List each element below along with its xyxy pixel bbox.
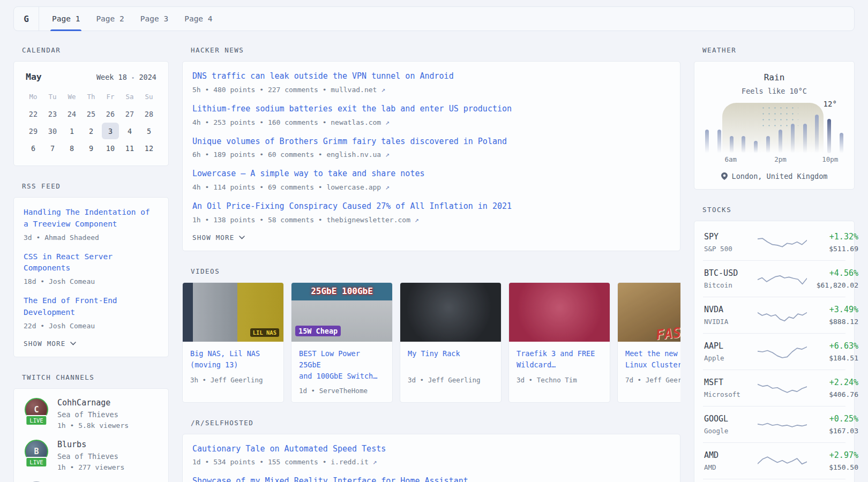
stock-values: +3.49%$888.12 — [807, 305, 858, 326]
feed-item: DNS traffic can leak outside the VPN tun… — [192, 71, 670, 94]
calendar-grid: MoTuWeThFrSaSu22232425262728293012345678… — [24, 88, 159, 156]
selfhosted-widget: /R/SELFHOSTED Cautionary Tale on Automat… — [182, 419, 680, 482]
feed-item-title[interactable]: Showcase of my Mixed Reality Interface f… — [192, 476, 468, 482]
calendar-day: 5 — [140, 123, 158, 139]
stock-name: Apple — [704, 354, 758, 362]
video-thumbnail[interactable]: LIL NAS — [183, 283, 283, 342]
calendar-day: 30 — [44, 123, 61, 139]
stock-symbol: AMD — [704, 450, 758, 460]
stock-symbol-block: AMDAMD — [704, 450, 758, 471]
feed-item-title[interactable]: The End of Front-End Development — [24, 296, 117, 317]
stock-row[interactable]: BTC-USDBitcoin+4.56%$61,820.02 — [703, 260, 845, 297]
stock-row[interactable]: MSFTMicrosoft+2.24%$406.76 — [703, 370, 845, 406]
twitch-channel-row[interactable]: CLIVECohhCarnageSea of Thieves1h • 5.8k … — [24, 398, 159, 430]
stock-row[interactable]: NVDANVIDIA+3.49%$888.12 — [703, 297, 845, 333]
feed-item-title[interactable]: CSS in React Server Components — [24, 252, 113, 273]
stock-symbol-block: GOOGLGoogle — [704, 414, 758, 435]
video-card: FASMeet the new Linux Cluster…7d • Jeff … — [617, 282, 680, 403]
calendar-day: 23 — [44, 106, 61, 122]
video-card: My Tiny Rack3d • Jeff Geerling — [400, 282, 502, 403]
stock-row[interactable]: GOOGLGoogle+0.25%$167.03 — [703, 406, 845, 442]
weather-temp-label: 12° — [824, 100, 837, 108]
twitch-widget: TWITCH CHANNELS CLIVECohhCarnageSea of T… — [13, 373, 169, 482]
calendar-day: 28 — [140, 106, 158, 122]
stock-sparkline — [758, 270, 807, 288]
twitch-channel-info: CohhCarnageSea of Thieves1h • 5.8k viewe… — [57, 398, 129, 430]
weather-bar — [791, 124, 795, 153]
app-logo[interactable]: G — [14, 7, 39, 31]
video-thumbnail[interactable] — [509, 283, 610, 342]
dot-separator: • — [131, 74, 135, 81]
tab-page-3[interactable]: Page 3 — [140, 7, 168, 31]
weather-bars — [704, 110, 844, 153]
calendar-widget: CALENDAR May Week 18 • 2024 MoTuWeThFrSa… — [13, 46, 169, 166]
video-thumbnail[interactable]: 25GbE 100GbE15W Cheap — [291, 283, 392, 342]
hacker-news-show-more-button[interactable]: SHOW MORE — [192, 234, 245, 242]
video-title[interactable]: Meet the new Linux Cluster… — [625, 348, 680, 371]
twitch-channel-name[interactable]: Blurbs — [57, 440, 124, 449]
feed-item-meta: 5h • 480 points • 227 comments • mullvad… — [192, 86, 670, 94]
section-label-rss: RSS FEED — [22, 182, 169, 190]
twitch-channel-meta: 1h • 277 viewers — [57, 463, 124, 471]
video-title[interactable]: Traefik 3 and FREE Wildcard… — [517, 348, 602, 371]
section-label-hacker-news: HACKER NEWS — [191, 46, 680, 54]
feed-item-meta: 3d • Ahmad Shadeed — [24, 234, 159, 242]
stock-row[interactable]: RDDT-1.59% — [703, 479, 845, 482]
rss-show-more-button[interactable]: SHOW MORE — [24, 340, 76, 348]
weather-bar — [840, 133, 843, 153]
thumbnail-text: FAS — [655, 324, 680, 343]
video-thumbnail[interactable]: FAS — [618, 283, 680, 342]
calendar-day: 25 — [83, 106, 100, 122]
video-card: LIL NASBig NAS, Lil NAS (moving 13)3h • … — [182, 282, 284, 403]
feed-item-meta: 18d • Josh Comeau — [24, 277, 159, 285]
feed-item-title[interactable]: Handling The Indentation of a Treeview C… — [24, 208, 150, 228]
twitch-channel-row[interactable]: BLIVEBlurbsSea of Thieves1h • 277 viewer… — [24, 440, 159, 471]
calendar-month: May — [26, 72, 42, 82]
stock-change: +6.63% — [807, 341, 858, 351]
stock-symbol: AAPL — [704, 341, 758, 351]
weather-bar — [754, 141, 758, 153]
section-label-videos: VIDEOS — [191, 267, 680, 275]
stock-sparkline — [758, 380, 807, 397]
calendar-header: May Week 18 • 2024 — [24, 71, 159, 88]
stock-row[interactable]: AAPLApple+6.63%$184.51 — [703, 333, 845, 370]
weather-condition: Rain — [704, 72, 844, 82]
video-title[interactable]: My Tiny Rack — [408, 348, 493, 371]
videos-row: LIL NASBig NAS, Lil NAS (moving 13)3h • … — [182, 282, 680, 403]
stock-symbol: GOOGL — [704, 414, 758, 424]
video-meta: 1d • ServeTheHome — [299, 387, 385, 395]
stock-price: $406.76 — [807, 390, 858, 398]
twitch-channel-game[interactable]: Sea of Thieves — [57, 410, 129, 419]
stock-price: $167.03 — [807, 427, 858, 435]
feed-item-title[interactable]: DNS traffic can leak outside the VPN tun… — [192, 71, 454, 81]
top-nav: G Page 1Page 2Page 3Page 4 — [13, 6, 855, 31]
tab-page-4[interactable]: Page 4 — [184, 7, 212, 31]
rss-list: Handling The Indentation of a Treeview C… — [24, 207, 159, 330]
twitch-avatar: CLIVE — [25, 398, 48, 421]
videos-widget: VIDEOS LIL NASBig NAS, Lil NAS (moving 1… — [182, 267, 680, 403]
section-label-weather: WEATHER — [702, 46, 855, 54]
tab-page-1[interactable]: Page 1 — [52, 7, 80, 31]
feed-item-title[interactable]: Unique volumes of Brothers Grimm fairy t… — [192, 137, 507, 146]
feed-item-title[interactable]: An Oil Price-Fixing Conspiracy Caused 27… — [192, 201, 512, 211]
twitch-channel-game[interactable]: Sea of Thieves — [57, 452, 124, 461]
video-thumbnail[interactable] — [400, 283, 501, 342]
weather-bar — [766, 136, 770, 153]
twitch-channel-name[interactable]: CohhCarnage — [57, 398, 129, 408]
weather-bar — [705, 130, 709, 153]
stock-price: $184.51 — [807, 354, 858, 362]
feed-item-title[interactable]: Cautionary Tale on Automated Speed Tests — [192, 444, 386, 454]
tab-page-2[interactable]: Page 2 — [96, 7, 124, 31]
stock-row[interactable]: AMDAMD+2.97%$150.50 — [703, 442, 845, 479]
feed-item-title[interactable]: Lowercase – A simple way to take and sha… — [192, 169, 424, 178]
video-title[interactable]: BEST Low Power 25GbE and 100GbE Switch… — [299, 348, 385, 382]
feed-item-title[interactable]: Lithium-free sodium batteries exit the l… — [192, 104, 512, 114]
video-title[interactable]: Big NAS, Lil NAS (moving 13) — [190, 348, 276, 371]
calendar-week: Week 18 — [96, 73, 127, 81]
stock-price: $61,820.02 — [807, 281, 858, 289]
nav-tabs: Page 1Page 2Page 3Page 4 — [39, 7, 213, 31]
feed-item: The End of Front-End Development22d • Jo… — [24, 295, 159, 330]
calendar-day: 22 — [25, 106, 42, 122]
stock-row[interactable]: SPYS&P 500+1.32%$511.69 — [703, 224, 845, 260]
section-label-calendar: CALENDAR — [22, 46, 169, 54]
